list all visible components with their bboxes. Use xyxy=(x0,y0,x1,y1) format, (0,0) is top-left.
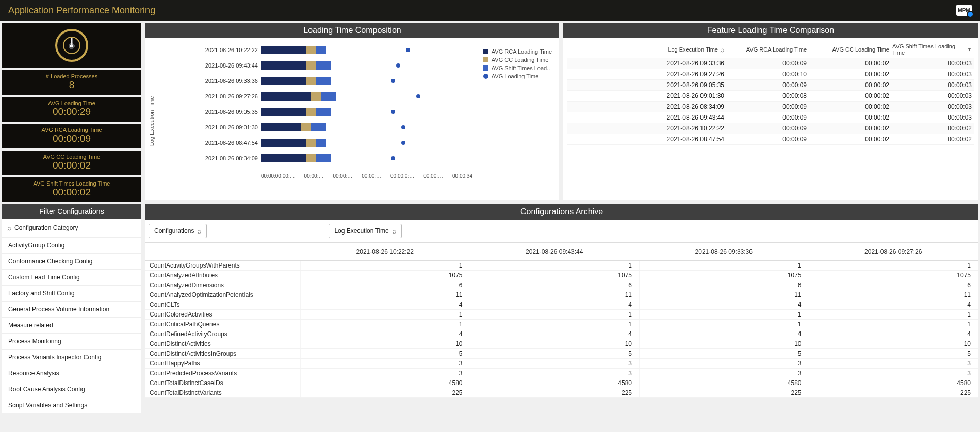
row-label: CountTotalDistinctCaseIDs xyxy=(145,378,300,388)
legend-item[interactable]: AVG CC Loading Time xyxy=(483,57,552,63)
sidebar-item[interactable]: ActivityGroup Config xyxy=(2,238,141,254)
cell: 3 xyxy=(639,359,809,368)
bar-segment xyxy=(316,61,331,70)
chart-area[interactable]: Log Execution Time 2021-08-26 10:22:2220… xyxy=(145,38,559,198)
table-row[interactable]: 2021-08-26 10:22:2200:00:0900:00:0200:00… xyxy=(567,123,974,134)
table-row[interactable]: 2021-08-26 09:27:2600:00:1000:00:0200:00… xyxy=(567,69,974,80)
sidebar-item[interactable]: Root Cause Analysis Config xyxy=(2,381,141,397)
bar-segment xyxy=(301,123,311,131)
sidebar-item[interactable]: Resource Analysis xyxy=(2,365,141,381)
panel-title: Configurations Archive xyxy=(145,204,978,220)
sidebar-item[interactable]: General Process Volume Information xyxy=(2,302,141,318)
table-row[interactable]: CountAnalyzedOptimizationPotentials11111… xyxy=(145,290,978,300)
archive-table-header[interactable]: 2021-08-26 10:22:222021-08-26 09:43:4420… xyxy=(145,242,978,261)
table-row[interactable]: CountColoredActivities1111 xyxy=(145,310,978,320)
table-row[interactable]: CountDistinctActivitiesInGroups5555 xyxy=(145,349,978,359)
table-row[interactable]: CountAnalyzedDimensions6666 xyxy=(145,280,978,290)
chart-row[interactable]: 2021-08-26 09:33:36 xyxy=(181,75,431,87)
table-row[interactable]: 2021-08-26 09:01:3000:00:0800:00:0200:00… xyxy=(567,91,974,102)
table-row[interactable]: CountAnalyzedAttributes1075107510751075 xyxy=(145,271,978,280)
cell: 6 xyxy=(809,280,978,290)
kpi-label: # Loaded Processes xyxy=(4,73,139,79)
app-logo[interactable]: MPM xyxy=(956,5,972,16)
table-row[interactable]: CountDistinctActivities10101010 xyxy=(145,339,978,349)
cell: 00:00:03 xyxy=(892,71,975,78)
filter-chip[interactable]: Configurations xyxy=(149,224,207,238)
cell: 1075 xyxy=(809,271,978,280)
cell: 3 xyxy=(639,369,809,378)
column-header[interactable]: 2021-08-26 09:33:36 xyxy=(639,243,809,260)
legend-label: AVG Shift Times Load.. xyxy=(492,65,550,71)
chart-row[interactable]: 2021-08-26 08:47:54 xyxy=(181,137,431,148)
cell: 4580 xyxy=(300,378,470,388)
table-row[interactable]: CountCriticalPathQueries1111 xyxy=(145,320,978,329)
table-row[interactable]: 2021-08-26 09:05:3500:00:0900:00:0200:00… xyxy=(567,80,974,91)
feature-table-header[interactable]: Log Execution Time AVG RCA Loading TimeA… xyxy=(567,41,974,58)
sidebar-item[interactable]: Measure related xyxy=(2,318,141,334)
bar xyxy=(261,123,431,131)
legend-item[interactable]: AVG Loading Time xyxy=(483,73,552,79)
page-title: Application Performance Monitoring xyxy=(8,5,155,16)
column-header[interactable]: 2021-08-26 10:22:22 xyxy=(300,243,470,260)
cell: 00:00:03 xyxy=(892,81,975,89)
legend-swatch xyxy=(483,49,488,54)
cell: 2021-08-26 08:34:09 xyxy=(567,103,727,110)
loading-time-composition-panel: Loading Time Composition Log Execution T… xyxy=(145,23,559,200)
point-marker xyxy=(406,48,410,52)
sidebar-item[interactable]: Process Variants Inspector Config xyxy=(2,350,141,365)
kpi-card[interactable]: # Loaded Processes8 xyxy=(2,70,141,95)
sidebar-item[interactable]: Conformance Checking Config xyxy=(2,254,141,270)
cell: 00:00:02 xyxy=(810,114,892,121)
chart-legend[interactable]: AVG RCA Loading TimeAVG CC Loading TimeA… xyxy=(483,48,552,81)
column-header[interactable]: Log Execution Time xyxy=(567,43,727,56)
chart-row[interactable]: 2021-08-26 09:43:44 xyxy=(181,60,431,71)
row-label: CountDistinctActivities xyxy=(145,339,300,348)
column-header[interactable]: AVG Shift Times Loading Time ▼ xyxy=(892,43,975,56)
cell: 10 xyxy=(809,339,978,348)
chart-row[interactable]: 2021-08-26 09:05:35 xyxy=(181,106,431,118)
table-row[interactable]: CountTotalDistinctCaseIDs458045804580458… xyxy=(145,378,978,388)
kpi-card[interactable]: AVG Loading Time00:00:29 xyxy=(2,97,141,122)
table-row[interactable]: 2021-08-26 08:34:0900:00:0900:00:0200:00… xyxy=(567,102,974,112)
table-row[interactable]: CountCLTs4444 xyxy=(145,300,978,310)
column-header[interactable]: AVG RCA Loading Time xyxy=(727,43,810,56)
legend-item[interactable]: AVG RCA Loading Time xyxy=(483,48,552,55)
column-header[interactable]: 2021-08-26 09:27:26 xyxy=(809,243,978,260)
kpi-column: # Loaded Processes8AVG Loading Time00:00… xyxy=(0,21,143,202)
table-row[interactable]: CountDefinedActivityGroups4444 xyxy=(145,329,978,339)
column-header[interactable]: 2021-08-26 09:43:44 xyxy=(470,243,640,260)
table-row[interactable]: CountActivityGroupsWithParents1111 xyxy=(145,261,978,271)
cell: 2021-08-26 09:43:44 xyxy=(567,114,727,121)
bar xyxy=(261,139,431,147)
sidebar-item[interactable]: Factory and Shift Config xyxy=(2,286,141,302)
column-header[interactable] xyxy=(145,243,300,260)
table-row[interactable]: CountHappyPaths3333 xyxy=(145,359,978,369)
table-row[interactable]: CountPredictedProcessVariants3333 xyxy=(145,369,978,378)
table-row[interactable]: 2021-08-26 09:43:4400:00:0900:00:0200:00… xyxy=(567,112,974,123)
point-marker xyxy=(416,94,420,98)
kpi-card[interactable]: AVG Shift Times Loading Time00:00:02 xyxy=(2,177,141,202)
row-label: CountCriticalPathQueries xyxy=(145,320,300,329)
table-row[interactable]: 2021-08-26 09:33:3600:00:0900:00:0200:00… xyxy=(567,58,974,69)
chart-row[interactable]: 2021-08-26 09:27:26 xyxy=(181,91,431,102)
table-row[interactable]: 2021-08-26 08:47:5400:00:0900:00:0200:00… xyxy=(567,134,974,145)
sidebar-item[interactable]: Script Variables and Settings xyxy=(2,397,141,413)
legend-swatch xyxy=(483,57,488,62)
sidebar-search[interactable]: Configuration Category xyxy=(2,219,141,238)
chart-row[interactable]: 2021-08-26 09:01:30 xyxy=(181,122,431,133)
sidebar-item[interactable]: Process Monitoring xyxy=(2,334,141,350)
chart-row[interactable]: 2021-08-26 08:34:09 xyxy=(181,153,431,164)
cell: 00:00:02 xyxy=(892,136,975,143)
filter-chip[interactable]: Log Execution Time xyxy=(329,224,401,238)
legend-item[interactable]: AVG Shift Times Load.. xyxy=(483,65,552,71)
search-icon xyxy=(7,224,11,232)
bar-segment xyxy=(306,77,316,85)
kpi-card[interactable]: AVG CC Loading Time00:00:02 xyxy=(2,151,141,175)
column-header[interactable]: AVG CC Loading Time xyxy=(810,43,892,56)
point-marker xyxy=(391,110,395,114)
sidebar-item[interactable]: Custom Lead Time Config xyxy=(2,270,141,286)
search-icon xyxy=(197,227,201,235)
table-row[interactable]: CountTotalDistinctVariants225225225225 xyxy=(145,388,978,398)
chart-row[interactable]: 2021-08-26 10:22:22 xyxy=(181,44,431,56)
kpi-card[interactable]: AVG RCA Loading Time00:00:09 xyxy=(2,124,141,148)
